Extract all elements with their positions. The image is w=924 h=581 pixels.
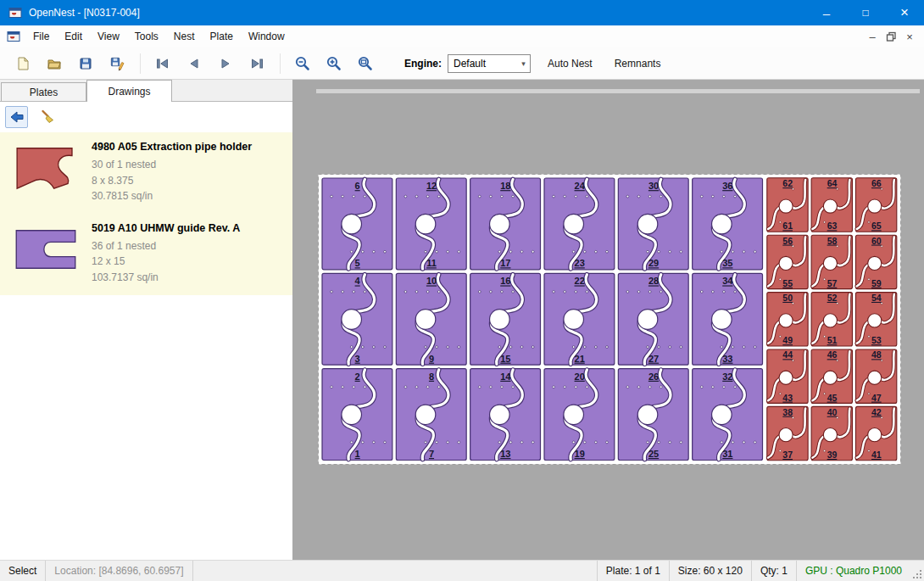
svg-text:12: 12 xyxy=(426,181,437,191)
plate[interactable]: 6512111817242330293635431091615222128273… xyxy=(318,174,901,465)
remnants-button[interactable]: Remnants xyxy=(610,53,666,75)
svg-text:38: 38 xyxy=(782,407,793,417)
nested-part-pair[interactable]: 87 xyxy=(396,369,466,461)
nested-part-pair[interactable]: 5251 xyxy=(811,293,852,346)
nested-part-pair[interactable]: 3837 xyxy=(767,406,808,460)
nested-part-pair[interactable]: 1817 xyxy=(470,178,541,270)
close-button[interactable]: × xyxy=(885,0,924,25)
nested-part-pair[interactable]: 5857 xyxy=(811,235,852,288)
nested-part-pair[interactable]: 2827 xyxy=(618,273,688,365)
svg-text:26: 26 xyxy=(648,372,659,382)
nested-part-pair[interactable]: 6059 xyxy=(855,235,896,288)
nav-first-button[interactable] xyxy=(150,51,175,76)
new-button[interactable] xyxy=(10,51,36,76)
nested-part-pair[interactable]: 2019 xyxy=(544,369,615,461)
nested-part-pair[interactable]: 1211 xyxy=(396,178,466,270)
nested-part-pair[interactable]: 1413 xyxy=(470,369,541,461)
svg-text:64: 64 xyxy=(827,178,838,188)
nested-part-pair[interactable]: 6665 xyxy=(855,178,896,232)
zoom-in-button[interactable] xyxy=(321,51,347,76)
clear-button[interactable] xyxy=(36,106,58,128)
drawing-list-item[interactable]: 5019 A10 UHMW guide Rev. A 36 of 1 neste… xyxy=(0,214,292,295)
nested-part-pair[interactable]: 2423 xyxy=(544,178,615,270)
svg-text:18: 18 xyxy=(500,181,510,191)
svg-text:37: 37 xyxy=(782,450,793,460)
engine-selected-value: Default xyxy=(454,58,486,70)
menu-item-edit[interactable]: Edit xyxy=(57,26,90,47)
new-file-icon xyxy=(15,56,31,71)
svg-text:31: 31 xyxy=(722,449,732,459)
resize-grip[interactable] xyxy=(910,561,924,581)
svg-text:39: 39 xyxy=(827,450,838,460)
nested-part-pair[interactable]: 4241 xyxy=(855,406,896,460)
nav-prev-button[interactable] xyxy=(181,51,207,76)
zoom-out-button[interactable] xyxy=(290,51,315,76)
nested-part-pair[interactable]: 5655 xyxy=(767,235,808,288)
svg-text:17: 17 xyxy=(500,258,510,268)
nav-last-icon xyxy=(248,56,265,71)
menu-item-nest[interactable]: Nest xyxy=(166,26,203,47)
nav-last-button[interactable] xyxy=(244,51,270,76)
svg-text:41: 41 xyxy=(871,450,882,460)
svg-text:24: 24 xyxy=(575,181,586,191)
svg-text:40: 40 xyxy=(827,407,838,417)
nested-part-pair[interactable]: 2221 xyxy=(544,273,615,365)
menu-item-plate[interactable]: Plate xyxy=(203,26,241,47)
nested-part-pair[interactable]: 3433 xyxy=(693,273,763,365)
save-button[interactable] xyxy=(73,51,98,76)
nested-part-pair[interactable]: 43 xyxy=(322,273,392,365)
nested-part-pair[interactable]: 3029 xyxy=(618,178,688,270)
svg-text:48: 48 xyxy=(871,349,882,360)
menu-bar: File Edit View Tools Nest Plate Window –… xyxy=(0,25,924,47)
nested-part-pair[interactable]: 1615 xyxy=(470,273,541,365)
svg-text:13: 13 xyxy=(500,449,510,459)
nested-part-pair[interactable]: 109 xyxy=(396,273,466,365)
import-arrow-icon xyxy=(8,109,25,125)
drawing-dimensions: 8 x 8.375 xyxy=(92,173,252,189)
menu-item-window[interactable]: Window xyxy=(241,26,292,47)
engine-select[interactable]: Default ▾ xyxy=(448,54,531,73)
mdi-minimize-button[interactable]: – xyxy=(863,28,882,45)
save-as-button[interactable] xyxy=(104,51,130,76)
drawing-list-item[interactable]: 4980 A05 Extraction pipe holder 30 of 1 … xyxy=(0,132,292,214)
nested-part-pair[interactable]: 6463 xyxy=(811,178,852,232)
minimize-button[interactable]: – xyxy=(807,0,846,25)
nested-part-pair[interactable]: 3231 xyxy=(693,369,763,461)
nested-part-pair[interactable]: 6261 xyxy=(767,178,808,232)
nested-part-pair[interactable]: 4039 xyxy=(811,406,852,460)
menu-item-file[interactable]: File xyxy=(25,26,57,47)
nested-part-pair[interactable]: 4847 xyxy=(855,349,896,403)
nest-viewport[interactable]: 6512111817242330293635431091615222128273… xyxy=(292,80,924,560)
svg-text:56: 56 xyxy=(782,236,793,246)
svg-text:65: 65 xyxy=(871,221,882,231)
nested-part-pair[interactable]: 2625 xyxy=(618,369,688,461)
menu-item-view[interactable]: View xyxy=(90,26,127,47)
mdi-close-button[interactable]: × xyxy=(900,28,919,45)
nested-part-pair[interactable]: 5453 xyxy=(855,293,896,346)
mdi-restore-button[interactable] xyxy=(882,28,900,45)
auto-nest-button[interactable]: Auto Nest xyxy=(543,53,598,75)
open-button[interactable] xyxy=(42,51,67,76)
svg-text:49: 49 xyxy=(782,335,793,345)
svg-text:45: 45 xyxy=(827,393,838,403)
save-icon xyxy=(78,56,93,71)
nested-part-pair[interactable]: 3635 xyxy=(693,178,763,270)
nested-part-pair[interactable]: 4443 xyxy=(767,349,808,403)
svg-text:9: 9 xyxy=(429,354,434,364)
nested-part-pair[interactable]: 65 xyxy=(322,178,392,270)
svg-text:2: 2 xyxy=(355,372,360,382)
nav-next-button[interactable] xyxy=(213,51,238,76)
nested-part-pair[interactable]: 21 xyxy=(322,369,392,461)
nested-part-pair[interactable]: 5049 xyxy=(767,293,808,346)
import-drawing-button[interactable] xyxy=(5,106,28,128)
svg-text:11: 11 xyxy=(426,258,437,268)
zoom-fit-button[interactable] xyxy=(353,51,378,76)
maximize-button[interactable]: □ xyxy=(846,0,885,25)
svg-text:4: 4 xyxy=(355,276,361,286)
menu-item-tools[interactable]: Tools xyxy=(127,26,166,47)
app-icon xyxy=(8,6,22,20)
tab-drawings[interactable]: Drawings xyxy=(86,80,172,102)
svg-text:58: 58 xyxy=(827,236,838,246)
nested-part-pair[interactable]: 4645 xyxy=(811,349,852,403)
tab-plates[interactable]: Plates xyxy=(1,82,86,101)
